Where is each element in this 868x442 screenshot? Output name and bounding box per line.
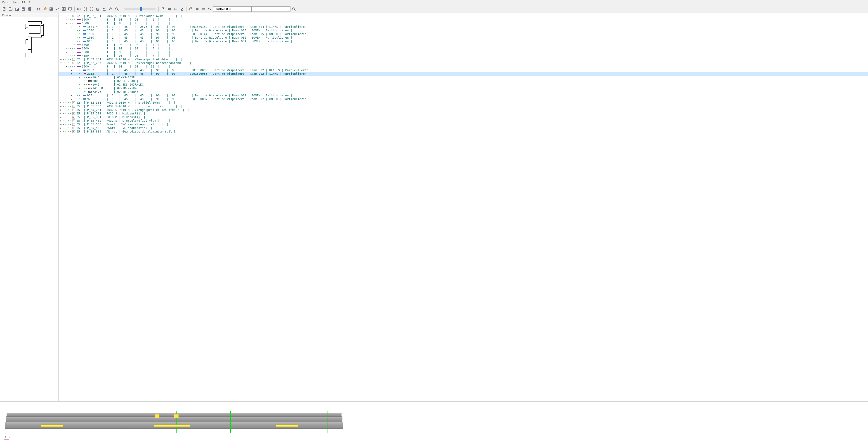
caret-icon[interactable]: ▸ (59, 112, 63, 115)
caret-icon[interactable]: ▸ (65, 47, 68, 50)
tree-row[interactable]: ···•·2003 | 02-OL-203R | | (59, 79, 868, 83)
wand-icon[interactable] (42, 6, 48, 12)
wrench-icon[interactable] (55, 6, 60, 12)
profile-3d-view[interactable]: X y (0, 401, 868, 442)
tree-row[interactable]: ▸···•·6500 | 1 | 90 | 90 | 4 | | | (59, 43, 868, 47)
svg-rect-40 (79, 48, 81, 49)
menu-macro[interactable]: Macro (2, 1, 9, 4)
tree-row[interactable]: ▸···•·05 | P_05_502 | Zwart | PVC haakpr… (59, 126, 868, 130)
print-icon[interactable] (27, 6, 33, 12)
angle-icon[interactable] (179, 6, 185, 12)
wave-icon[interactable] (207, 6, 213, 12)
tree-row[interactable]: ···•·734.3 | 02-TM-2xxR45 | | (59, 90, 868, 94)
bar1-icon[interactable] (166, 6, 172, 12)
tree-row[interactable]: ···•·1045 | 02-KS-203R | | (59, 76, 868, 79)
reduce-icon[interactable] (89, 6, 94, 12)
menu-util[interactable]: Util (21, 1, 25, 4)
grid-icon[interactable] (61, 6, 67, 12)
eq1-icon[interactable] (194, 6, 200, 12)
tree-row[interactable]: ▸···•·6500 | 1 | 90 | 90 | 2 | | | (59, 18, 868, 22)
tree-row[interactable]: ···•·1500 | 1 | 45 | 45 | 90 | 90 | 0001… (59, 32, 868, 36)
tree-row[interactable]: ▸···•·05 | P_05_301 | 7032 S | Middensti… (59, 112, 868, 115)
caret-icon[interactable]: ▾ (59, 61, 63, 65)
tree-row[interactable]: ▸···•·920 | 1 | 45 | 45 | 90 | 90 | | Be… (59, 94, 868, 97)
tree-row[interactable]: ▸···•·05 | P_05_100 | 7032 S-9010 M | Ko… (59, 104, 868, 108)
caret-icon[interactable]: ▾ (59, 14, 63, 18)
expand-icon[interactable] (82, 6, 88, 12)
caret-icon[interactable]: ▾ (70, 72, 73, 76)
tree-row[interactable]: ▸···•·920 | 1 | 45 | 45 | 90 | 90 | 0001… (59, 97, 868, 101)
caret-icon[interactable]: ▸ (65, 43, 68, 47)
tree-row[interactable]: ▸···•·02 | P_02_301 | 7032 S-9010 M | T-… (59, 101, 868, 104)
flag2-icon[interactable] (188, 6, 194, 12)
tree-row[interactable]: ▸···•·2153 | 1 | 45 | 45 | 90 | 90 | 000… (59, 68, 868, 72)
caret-icon[interactable]: ▸ (70, 97, 73, 101)
tree-row[interactable]: ▸···•·6500 | 1 | 90 | 90 | 5 | | | (59, 47, 868, 50)
tree-row[interactable]: ···•·1500 | 1 | 45 | 45 | 90 | 90 | | Be… (59, 29, 868, 32)
svg-rect-76 (72, 102, 73, 102)
caret-icon[interactable]: ▸ (59, 123, 63, 126)
caret-icon[interactable]: ▸ (70, 25, 73, 29)
chart-r-icon[interactable] (101, 6, 107, 12)
doc-icon (71, 127, 76, 129)
show-icon[interactable] (76, 6, 82, 12)
tree-row[interactable]: ▾···•·6500 | 1 | 90 | 90 | 3 | | | (59, 22, 868, 25)
edit-icon[interactable] (48, 6, 54, 12)
screen-icon[interactable] (67, 6, 73, 12)
svg-rect-66 (90, 84, 91, 85)
caret-icon[interactable]: ▾ (65, 65, 68, 68)
points-icon[interactable] (35, 6, 41, 12)
caret-icon[interactable]: ▸ (65, 18, 68, 22)
zoom-out-icon[interactable] (114, 6, 120, 12)
tree-row[interactable]: ···•·1000 | 1 | 45 | 45 | 90 | 90 | | Be… (59, 36, 868, 39)
file-open-icon[interactable] (8, 6, 13, 12)
op-icon (88, 83, 92, 86)
tree-row[interactable]: ▸···•·6500 | 1 | 90 | 90 | 6 | | | (59, 50, 868, 54)
tree-row[interactable]: ▾···•·02 | P_02_101 | 7032 S-9010 M | Bu… (59, 14, 868, 18)
caret-icon[interactable]: ▸ (59, 101, 63, 104)
caret-icon[interactable]: ▸ (59, 115, 63, 119)
caret-icon[interactable]: ▸ (59, 130, 63, 133)
tree-row[interactable]: ▾···•·6500 | 1 | 90 | 90 | 12 | | | (59, 65, 868, 68)
tree-row[interactable]: ···•·1045 | 02-SKS-203RkcKC | | (59, 83, 868, 87)
eq2-icon[interactable] (200, 6, 206, 12)
tree-row[interactable]: ▸···•·4350 | 1 | 90 | 90 | 7 | | | (59, 54, 868, 58)
menu-help[interactable]: ? (28, 1, 30, 4)
tree-pane[interactable]: ▾···•·02 | P_02_101 | 7032 S-9010 M | Bu… (58, 13, 868, 401)
caret-icon[interactable]: ▸ (65, 50, 68, 54)
search-input[interactable] (252, 6, 290, 12)
save-icon[interactable] (20, 6, 26, 12)
search-icon[interactable] (291, 6, 297, 12)
tree-row[interactable]: ▸···•·05 | P_05_500 | Zwart | PVC isolat… (59, 123, 868, 126)
tree-row[interactable]: ▸···•·1501.4 | 1 | 45 | 25.6 | 90 | 90 |… (59, 25, 868, 29)
tree-row[interactable]: ▸···•·05 | P_05_301 | 9010 M | Middensti… (59, 115, 868, 119)
caret-icon[interactable]: ▸ (59, 58, 63, 61)
file-open-alt-icon[interactable] (14, 6, 20, 12)
tree-row[interactable]: ▸···•·05 | P_05_800 | AN nat | Geanodise… (59, 130, 868, 133)
tree-row[interactable]: ···•·900 | 1 | 45 | 45 | 90 | 90 | | Ber… (59, 39, 868, 43)
tree-row[interactable]: ▸···•·05 | P_05_201 | 7032 S-9010 M | Vl… (59, 108, 868, 112)
bar2-icon[interactable] (173, 6, 179, 12)
chart-l-icon[interactable] (95, 6, 101, 12)
caret-icon[interactable]: ▸ (59, 126, 63, 130)
zoom-slider[interactable] (124, 8, 156, 10)
caret-icon[interactable]: ▸ (65, 54, 68, 58)
tree-row[interactable]: ▾···•·02 | P_02_203 | 7032 S-9010 M | De… (59, 61, 868, 65)
zoom-in-icon[interactable] (107, 6, 114, 12)
caret-icon[interactable]: ▾ (65, 22, 68, 25)
svg-rect-73 (90, 92, 90, 92)
file-new-icon[interactable] (1, 6, 7, 12)
tree-row[interactable]: ▾···•·2153 | 1 | 45 | 45 | 90 | 90 | 000… (59, 72, 868, 76)
caret-icon[interactable]: ▸ (59, 104, 63, 108)
caret-icon[interactable]: ▸ (59, 108, 63, 112)
tree-row[interactable]: ▸···•·05 | P_05_402 | 7032 S | Drempelpr… (59, 119, 868, 123)
caret-icon[interactable]: ▸ (70, 68, 73, 72)
caret-icon[interactable]: ▸ (70, 94, 73, 97)
caret-icon[interactable]: ▸ (59, 119, 63, 123)
tree-row[interactable]: ···•·1418.8 | 02-TM-2xxR45 | | (59, 87, 868, 90)
article-combo[interactable] (213, 6, 252, 12)
tree-row[interactable]: ▸···•·02 | P_02_201 | 7032 S-9010 M | Vl… (59, 58, 868, 61)
flag1-icon[interactable] (160, 6, 166, 12)
menu-list[interactable]: List (13, 1, 17, 4)
tree-row-text: 05 | P_05_402 | 7032 S | Drempelprofiel … (76, 119, 172, 123)
